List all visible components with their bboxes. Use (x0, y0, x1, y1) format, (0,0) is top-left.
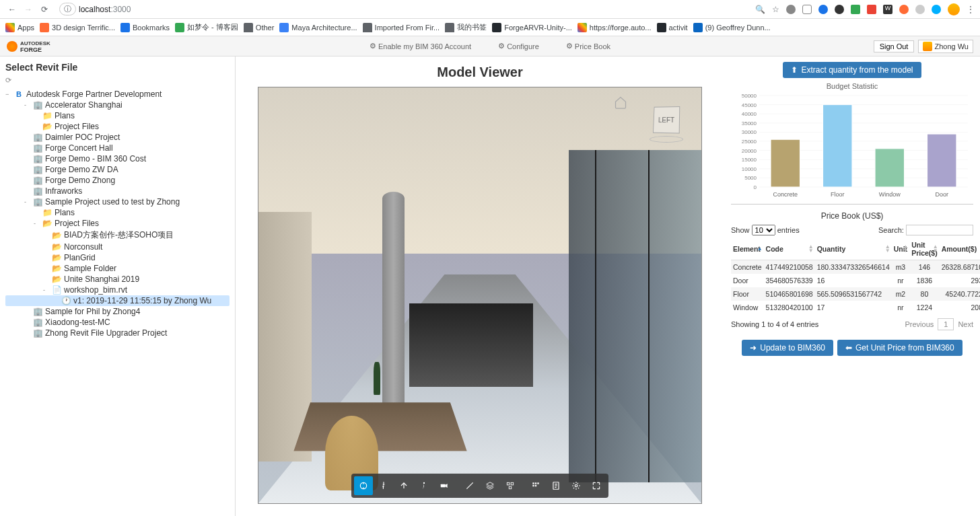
table-row[interactable]: Concrete417449210058180.333473326546614m… (731, 260, 980, 274)
table-row[interactable]: Door35468057633916nr183629376 (731, 274, 980, 287)
search-input[interactable] (906, 225, 973, 235)
ext-icon-10[interactable] (932, 5, 941, 14)
update-to-bim360-button[interactable]: ➜ Update to BIM360 (742, 340, 833, 356)
expand-toggle-icon[interactable]: - (43, 287, 51, 293)
tree-node[interactable]: 📂Norconsult (5, 242, 230, 252)
tree-node[interactable]: 🏢Forge Demo Zhong (5, 175, 230, 186)
tree-node[interactable]: 📂PlanGrid (5, 252, 230, 263)
tree-node[interactable]: 🏢Forge Concert Hall (5, 143, 230, 153)
bookmark-item[interactable]: Imported From Fir... (363, 23, 440, 32)
tree-node[interactable]: 🏢Infraworks (5, 186, 230, 196)
expand-toggle-icon[interactable]: - (24, 198, 32, 205)
profile-avatar-icon[interactable] (948, 3, 960, 15)
bookmark-item[interactable]: Maya Architecture... (279, 23, 357, 32)
browser-forward-button[interactable]: → (22, 3, 35, 16)
col-amount[interactable]: Amount($) (940, 238, 980, 260)
tree-node[interactable]: 🕐v1: 2019-11-29 11:55:15 by Zhong Wu (5, 295, 230, 306)
bookmark-item[interactable]: Apps (5, 23, 34, 32)
extract-quantity-button[interactable]: ⬆ Extract quantity from the model (783, 62, 921, 78)
browser-reload-button[interactable]: ⟳ (38, 3, 51, 16)
ext-icon-6[interactable] (867, 5, 876, 14)
ext-icon-2[interactable] (802, 5, 812, 14)
tree-node[interactable]: 📂BIAD方案创作-慈泽SOHO项目 (5, 229, 230, 242)
tree-node[interactable]: 📂Unite Shanghai 2019 (5, 274, 230, 285)
tree-root[interactable]: − B Autodesk Forge Partner Development (5, 89, 230, 100)
model-browser-button[interactable] (526, 476, 545, 495)
camera-tool-button[interactable] (435, 476, 454, 495)
ext-icon-5[interactable] (851, 5, 860, 14)
tree-node[interactable]: 🏢Forge Demo ZW DA (5, 164, 230, 175)
browser-url[interactable]: localhost:3000 (79, 5, 131, 14)
site-info-icon[interactable]: ⓘ (59, 3, 76, 15)
tree-node[interactable]: 📂Sample Folder (5, 263, 230, 274)
explode-tool-button[interactable] (501, 476, 520, 495)
ext-icon-9[interactable] (915, 5, 925, 14)
fullscreen-button[interactable] (587, 476, 606, 495)
table-row[interactable]: Window51328042010017nr122420808 (731, 301, 980, 314)
table-row[interactable]: Floor510465801698565.5096531567742m28045… (731, 287, 980, 301)
measure-tool-button[interactable] (460, 476, 479, 495)
bookmark-item[interactable]: https://forge.auto... (578, 23, 652, 32)
browser-menu-icon[interactable]: ⋮ (967, 5, 975, 14)
section-tool-button[interactable] (481, 476, 499, 495)
bookmark-item[interactable]: Other (244, 23, 275, 32)
bookmark-item[interactable]: (9) Geoffrey Dunn... (693, 23, 771, 32)
sign-out-button[interactable]: Sign Out (874, 40, 915, 52)
get-unit-price-button[interactable]: ⬅ Get Unit Price from BIM360 (837, 340, 963, 356)
pager-page-1[interactable]: 1 (938, 318, 954, 330)
pan-tool-button[interactable] (374, 476, 393, 495)
tree-node[interactable]: 🏢Daimler POC Project (5, 132, 230, 143)
col-unit[interactable]: Unit▲▼ (892, 238, 909, 260)
ext-icon-3[interactable] (818, 5, 828, 14)
bookmark-item[interactable]: activit (657, 23, 688, 32)
ext-icon-7[interactable]: W (883, 5, 893, 14)
configure-link[interactable]: ⚙Configure (498, 42, 539, 50)
tree-node[interactable]: -📂Project Files (5, 218, 230, 229)
expand-toggle-icon[interactable]: - (24, 102, 32, 108)
settings-button[interactable] (567, 476, 586, 495)
user-chip[interactable]: Zhong Wu (918, 40, 973, 53)
tree-node[interactable]: -📄workshop_bim.rvt (5, 285, 230, 295)
col-code[interactable]: Code▲▼ (764, 238, 815, 260)
tree-node[interactable]: 🏢Sample for Phil by Zhong4 (5, 306, 230, 317)
star-icon[interactable]: ☆ (772, 5, 779, 14)
bookmark-item[interactable]: 我的书签 (445, 22, 487, 32)
zoom-icon[interactable]: 🔍 (755, 5, 765, 14)
orbit-tool-button[interactable] (354, 476, 373, 495)
zoom-tool-button[interactable] (394, 476, 413, 495)
enable-bim360-link[interactable]: ⚙Enable my BIM 360 Account (370, 42, 471, 50)
tree-node[interactable]: 🏢Xiaodong-test-MC (5, 317, 230, 328)
ext-icon-4[interactable] (835, 5, 844, 14)
browser-back-button[interactable]: ← (5, 3, 19, 16)
pager-next[interactable]: Next (958, 320, 973, 328)
price-book-link[interactable]: ⚙Price Book (566, 42, 610, 50)
expand-toggle-icon[interactable]: − (5, 91, 13, 98)
bookmark-item[interactable]: 如梦令 - 博客园 (175, 22, 238, 32)
view-cube[interactable]: LEFT (646, 106, 687, 140)
properties-button[interactable] (547, 476, 565, 495)
svg-point-1 (423, 482, 425, 484)
expand-toggle-icon[interactable]: - (34, 220, 42, 227)
ext-icon-8[interactable] (899, 5, 909, 14)
col-unit-price[interactable]: Unit Price($)▲▼ (909, 238, 940, 260)
walk-tool-button[interactable] (415, 476, 433, 495)
ext-icon-1[interactable] (786, 5, 796, 14)
tree-node[interactable]: 📁Plans (5, 207, 230, 218)
tree-node[interactable]: 🏢Forge Demo - BIM 360 Cost (5, 153, 230, 164)
tree-node[interactable]: -🏢Sample Project used to test by Zhong (5, 196, 230, 207)
tree-node[interactable]: -🏢Accelerator Shanghai (5, 100, 230, 110)
tree-node[interactable]: 📁Plans (5, 110, 230, 121)
tree-node[interactable]: 📂Project Files (5, 121, 230, 132)
pager-previous[interactable]: Previous (905, 320, 934, 328)
bookmark-item[interactable]: ForgeARVR-Unity-... (492, 23, 572, 32)
col-element[interactable]: Element▲ (731, 238, 764, 260)
view-home-icon[interactable] (614, 96, 627, 108)
model-viewer-canvas[interactable]: LEFT (258, 87, 702, 504)
refresh-tree-button[interactable]: ⟳ (5, 76, 11, 85)
bookmark-item[interactable]: 3D design Terrific... (40, 23, 115, 32)
view-cube-compass[interactable] (650, 136, 683, 143)
entries-select[interactable]: 10 (752, 225, 775, 235)
tree-node[interactable]: 🏢Zhong Revit File Upgrader Project (5, 328, 230, 338)
bookmark-item[interactable]: Bookmarks (120, 23, 170, 32)
col-quantity[interactable]: Quantity▲▼ (815, 238, 892, 260)
